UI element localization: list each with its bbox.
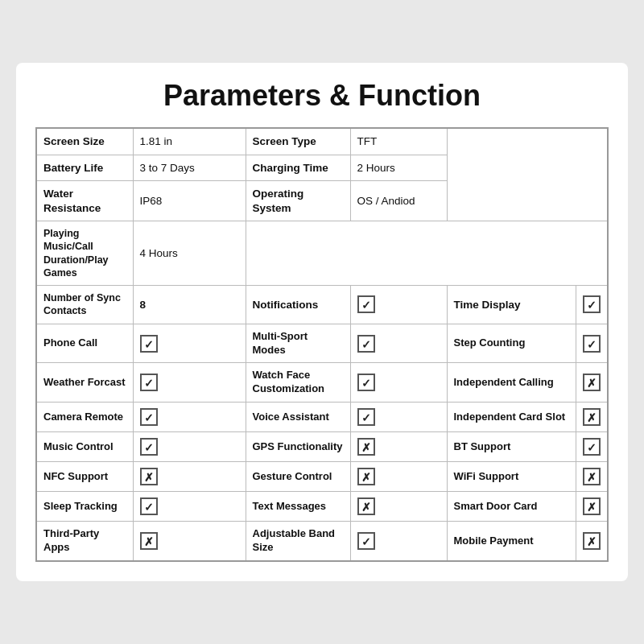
cell-check xyxy=(133,432,246,462)
cell-label: Sleep Tracking xyxy=(36,492,133,522)
table-row: Camera RemoteVoice AssistantIndependent … xyxy=(36,402,608,432)
check-yes-icon xyxy=(357,295,375,313)
check-no-icon xyxy=(583,468,601,485)
check-no-icon xyxy=(583,374,601,391)
cell-check xyxy=(133,462,246,492)
check-yes-icon xyxy=(140,335,158,353)
cell-label: Multi-Sport Modes xyxy=(246,324,350,363)
check-yes-icon xyxy=(140,374,158,391)
cell-check xyxy=(133,402,246,432)
page-title: Parameters & Function xyxy=(35,79,609,113)
cell-check xyxy=(133,324,246,363)
cell-value: IP68 xyxy=(133,181,246,221)
cell-check xyxy=(576,462,609,492)
check-no-icon xyxy=(140,468,158,485)
cell-label: Third-Party Apps xyxy=(36,522,133,561)
cell-value: TFT xyxy=(350,128,447,155)
cell-check xyxy=(133,492,246,522)
cell-label: Notifications xyxy=(246,286,350,324)
cell-check xyxy=(350,402,447,432)
table-row: Weather ForcastWatch Face CustomizationI… xyxy=(36,363,608,402)
cell-check xyxy=(576,286,609,324)
main-container: Parameters & Function Screen Size1.81 in… xyxy=(16,63,628,581)
cell-label: Mobile Payment xyxy=(447,522,576,561)
cell-check xyxy=(576,492,609,522)
table-row: Music ControlGPS FunctionalityBT Support xyxy=(36,432,608,462)
check-no-icon xyxy=(357,468,375,485)
table-row: NFC SupportGesture ControlWiFi Support xyxy=(36,462,608,492)
check-no-icon xyxy=(357,438,375,456)
cell-label: Step Counting xyxy=(447,324,576,363)
cell-check xyxy=(133,363,246,402)
check-no-icon xyxy=(583,497,601,515)
cell-check xyxy=(576,324,609,363)
cell-check xyxy=(350,286,447,324)
cell-empty xyxy=(246,221,608,286)
cell-check xyxy=(350,492,447,522)
table-row: Number of Sync Contacts8NotificationsTim… xyxy=(36,286,608,324)
check-no-icon xyxy=(583,532,601,550)
check-no-icon xyxy=(583,408,601,426)
cell-check xyxy=(350,522,447,561)
cell-check xyxy=(576,363,609,402)
cell-label: Phone Call xyxy=(36,324,133,363)
check-yes-icon xyxy=(583,438,601,456)
cell-label: Voice Assistant xyxy=(246,402,350,432)
table-row: Water ResistanceIP68Operating SystemOS /… xyxy=(36,181,608,221)
cell-label: Charging Time xyxy=(246,155,350,181)
cell-label: NFC Support xyxy=(36,462,133,492)
cell-label: Camera Remote xyxy=(36,402,133,432)
cell-label: WiFi Support xyxy=(447,462,576,492)
cell-label: Smart Door Card xyxy=(447,492,576,522)
table-row: Playing Music/Call Duration/Play Games4 … xyxy=(36,221,608,286)
table-row: Battery Life3 to 7 DaysCharging Time2 Ho… xyxy=(36,155,608,181)
cell-label: GPS Functionality xyxy=(246,432,350,462)
check-yes-icon xyxy=(583,295,601,313)
check-yes-icon xyxy=(140,497,158,515)
cell-value: OS / Andiod xyxy=(350,181,447,221)
table-row: Sleep TrackingText MessagesSmart Door Ca… xyxy=(36,492,608,522)
check-yes-icon xyxy=(357,532,375,550)
cell-label: Water Resistance xyxy=(36,181,133,221)
cell-label: Music Control xyxy=(36,432,133,462)
cell-check xyxy=(133,522,246,561)
check-no-icon xyxy=(140,532,158,550)
cell-label: Watch Face Customization xyxy=(246,363,350,402)
table-row: Screen Size1.81 inScreen TypeTFT xyxy=(36,128,608,155)
cell-value: 1.81 in xyxy=(133,128,246,155)
check-yes-icon xyxy=(357,335,375,353)
params-table: Screen Size1.81 inScreen TypeTFTBattery … xyxy=(35,127,609,562)
cell-label: Operating System xyxy=(246,181,350,221)
cell-check xyxy=(350,432,447,462)
check-yes-icon xyxy=(140,438,158,456)
cell-value: 8 xyxy=(133,286,246,324)
cell-label: Screen Type xyxy=(246,128,350,155)
cell-value: 3 to 7 Days xyxy=(133,155,246,181)
cell-label: Text Messages xyxy=(246,492,350,522)
cell-check xyxy=(350,462,447,492)
cell-label: Time Display xyxy=(447,286,576,324)
table-row: Phone CallMulti-Sport ModesStep Counting xyxy=(36,324,608,363)
cell-label: Independent Calling xyxy=(447,363,576,402)
cell-label: Battery Life xyxy=(36,155,133,181)
cell-label: Weather Forcast xyxy=(36,363,133,402)
cell-check xyxy=(576,522,609,561)
cell-value: 4 Hours xyxy=(133,221,246,286)
check-yes-icon xyxy=(357,374,375,391)
cell-label: Gesture Control xyxy=(246,462,350,492)
cell-label: Adjustable Band Size xyxy=(246,522,350,561)
cell-check xyxy=(350,324,447,363)
cell-check xyxy=(576,432,609,462)
cell-label: Playing Music/Call Duration/Play Games xyxy=(36,221,133,286)
cell-label: BT Support xyxy=(447,432,576,462)
check-yes-icon xyxy=(140,408,158,426)
cell-label: Screen Size xyxy=(36,128,133,155)
cell-check xyxy=(576,402,609,432)
table-row: Third-Party AppsAdjustable Band SizeMobi… xyxy=(36,522,608,561)
cell-label: Independent Card Slot xyxy=(447,402,576,432)
cell-check xyxy=(350,363,447,402)
cell-label: Number of Sync Contacts xyxy=(36,286,133,324)
check-yes-icon xyxy=(583,335,601,353)
cell-value: 2 Hours xyxy=(350,155,447,181)
check-yes-icon xyxy=(357,408,375,426)
